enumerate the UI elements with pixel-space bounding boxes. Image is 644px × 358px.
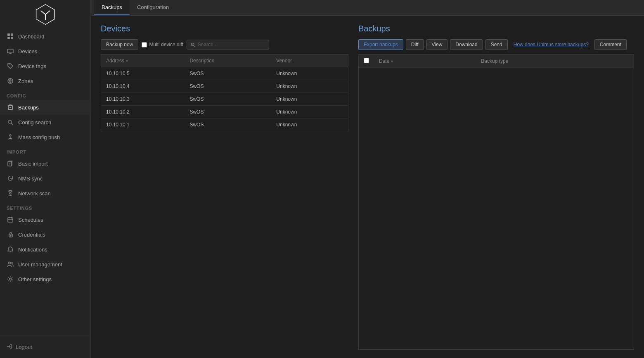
sidebar-label-other-settings: Other settings: [18, 276, 52, 282]
device-address: 10.10.10.2: [101, 106, 185, 119]
table-row[interactable]: 10.10.10.2 SwOS Unknown: [101, 106, 348, 119]
sidebar-label-nms-sync: NMS sync: [18, 175, 43, 182]
sidebar-label-notifications: Notifications: [18, 247, 47, 253]
sidebar-label-devices: Devices: [18, 48, 37, 55]
sidebar-label-device-tags: Device tags: [18, 63, 46, 69]
sidebar-footer: Logout: [0, 336, 90, 358]
backups-table-container: Date ▾ Backup type: [358, 54, 634, 350]
sidebar-item-basic-import[interactable]: Basic import: [0, 156, 90, 171]
backups-panel: Backups Export backups Diff View Downloa…: [348, 24, 634, 350]
sidebar: Dashboard Devices Device tags Zones CONF…: [0, 0, 91, 358]
import-section-label: IMPORT: [0, 145, 90, 156]
send-button[interactable]: Send: [485, 39, 508, 50]
svg-rect-6: [7, 49, 13, 53]
devices-table: Address ▾ Description Vendor 10.10.10.5 …: [101, 54, 348, 131]
multi-device-diff-label[interactable]: Multi device diff: [142, 42, 183, 47]
svg-point-27: [11, 262, 13, 264]
device-description: SwOS: [185, 67, 271, 80]
sidebar-item-devices[interactable]: Devices: [0, 44, 90, 59]
diff-button[interactable]: Diff: [406, 39, 424, 50]
svg-rect-2: [7, 33, 10, 36]
svg-point-26: [9, 262, 11, 264]
table-row[interactable]: 10.10.10.4 SwOS Unknown: [101, 80, 348, 93]
svg-rect-19: [8, 218, 13, 222]
device-vendor: Unknown: [271, 67, 348, 80]
device-address: 10.10.10.3: [101, 93, 185, 106]
logo: [0, 0, 90, 29]
users-icon: [7, 261, 14, 268]
device-vendor: Unknown: [271, 93, 348, 106]
sidebar-item-nms-sync[interactable]: NMS sync: [0, 171, 90, 186]
svg-rect-4: [7, 37, 10, 39]
table-row[interactable]: 10.10.10.1 SwOS Unknown: [101, 119, 348, 131]
sidebar-label-schedules: Schedules: [18, 217, 43, 223]
devices-icon: [7, 47, 14, 55]
tab-backups[interactable]: Backups: [94, 0, 130, 15]
table-row[interactable]: 10.10.10.3 SwOS Unknown: [101, 93, 348, 106]
sidebar-item-notifications[interactable]: Notifications: [0, 242, 90, 257]
devices-toolbar: Backup now Multi device diff: [101, 39, 348, 50]
search-icon: [7, 119, 14, 126]
sidebar-item-network-scan[interactable]: Network scan: [0, 186, 90, 201]
sidebar-item-other-settings[interactable]: Other settings: [0, 272, 90, 287]
logout-icon: [7, 344, 12, 351]
view-button[interactable]: View: [426, 39, 448, 50]
tab-configuration[interactable]: Configuration: [130, 0, 176, 15]
settings-section-label: SETTINGS: [0, 201, 90, 212]
table-row[interactable]: 10.10.10.5 SwOS Unknown: [101, 67, 348, 80]
backups-toolbar: Export backups Diff View Download Send H…: [358, 39, 634, 50]
sidebar-item-device-tags[interactable]: Device tags: [0, 59, 90, 73]
credentials-icon: [7, 231, 14, 238]
address-sort-arrow: ▾: [126, 59, 128, 63]
svg-line-13: [11, 123, 13, 125]
backups-panel-title: Backups: [358, 24, 634, 33]
zones-icon: [7, 77, 14, 85]
sidebar-label-backups: Backups: [18, 104, 39, 111]
sidebar-item-schedules[interactable]: Schedules: [0, 212, 90, 227]
tabs-bar: Backups Configuration: [91, 0, 644, 16]
device-description: SwOS: [185, 93, 271, 106]
tag-icon: [7, 62, 14, 70]
settings-icon: [7, 275, 14, 283]
select-all-backups-checkbox[interactable]: [364, 58, 369, 63]
comment-button[interactable]: Comment: [594, 39, 627, 50]
devices-panel: Devices Backup now Multi device diff: [101, 24, 348, 350]
sidebar-item-zones[interactable]: Zones: [0, 73, 90, 88]
device-vendor: Unknown: [271, 80, 348, 93]
search-input-icon: [190, 42, 196, 47]
svg-line-31: [194, 45, 195, 47]
device-address: 10.10.10.1: [101, 119, 185, 131]
export-backups-button[interactable]: Export backups: [358, 39, 403, 50]
import-icon: [7, 160, 14, 167]
svg-point-28: [9, 278, 12, 280]
download-button[interactable]: Download: [450, 39, 483, 50]
device-description: SwOS: [185, 119, 271, 131]
sidebar-label-mass-config-push: Mass config push: [18, 134, 60, 140]
backup-now-button[interactable]: Backup now: [101, 39, 138, 50]
devices-search-input[interactable]: [198, 42, 265, 47]
backups-table: Date ▾ Backup type: [359, 55, 634, 68]
sidebar-item-user-management[interactable]: User management: [0, 257, 90, 272]
sidebar-item-mass-config-push[interactable]: Mass config push: [0, 130, 90, 145]
sync-icon: [7, 175, 14, 182]
col-header-description: Description: [185, 55, 271, 67]
how-does-link[interactable]: How does Unimus store backups?: [510, 40, 592, 50]
multi-device-diff-checkbox[interactable]: [142, 42, 147, 47]
main-content: Backups Configuration Devices Backup now…: [91, 0, 644, 358]
svg-point-9: [9, 64, 9, 65]
sidebar-item-backups[interactable]: Backups: [0, 100, 90, 115]
logout-button[interactable]: Logout: [7, 341, 84, 353]
schedules-icon: [7, 216, 14, 223]
sidebar-item-config-search[interactable]: Config search: [0, 115, 90, 130]
col-header-date: Date ▾: [374, 55, 476, 68]
sidebar-label-network-scan: Network scan: [18, 190, 51, 197]
sidebar-nav: Dashboard Devices Device tags Zones CONF…: [0, 29, 90, 336]
sidebar-item-dashboard[interactable]: Dashboard: [0, 29, 90, 44]
dashboard-icon: [7, 33, 14, 40]
device-description: SwOS: [185, 106, 271, 119]
svg-point-24: [10, 235, 11, 236]
date-sort-arrow: ▾: [391, 59, 393, 64]
sidebar-item-credentials[interactable]: Credentials: [0, 227, 90, 242]
svg-point-12: [8, 120, 12, 123]
svg-rect-3: [11, 33, 13, 36]
